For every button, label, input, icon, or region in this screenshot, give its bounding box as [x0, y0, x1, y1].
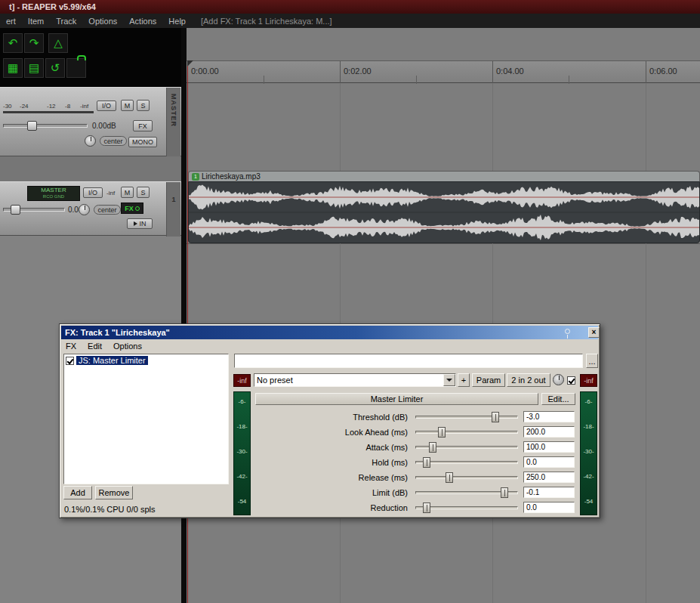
- preset-dropdown[interactable]: No preset: [254, 373, 456, 387]
- param-label: Release (ms): [254, 472, 412, 484]
- param-value[interactable]: 250.0: [523, 472, 575, 483]
- fx-window-titlebar[interactable]: FX: Track 1 "Liricheskaya" ×: [61, 326, 598, 339]
- track1-number: 1: [171, 196, 175, 203]
- param-value[interactable]: 100.0: [523, 441, 575, 453]
- param-label: Hold (ms): [254, 456, 412, 468]
- fx-window[interactable]: FX: Track 1 "Liricheskaya" × FX Edit Opt…: [59, 323, 600, 518]
- slider-handle[interactable]: [492, 412, 499, 422]
- fx-name-field[interactable]: [234, 354, 583, 368]
- master-strip[interactable]: MASTER: [166, 88, 180, 157]
- master-solo-button[interactable]: S: [137, 100, 150, 111]
- ruler-time-label: 0:02.00: [344, 66, 372, 76]
- fx-browse-button[interactable]: ...: [586, 354, 598, 368]
- slider-handle[interactable]: [446, 472, 453, 483]
- param-slider[interactable]: [415, 487, 518, 498]
- toolbar-ripple-button[interactable]: ↺: [45, 58, 65, 78]
- param-value[interactable]: 0.0: [523, 456, 575, 468]
- toolbar-snap-button[interactable]: ▤: [24, 58, 44, 78]
- master-meter: [3, 111, 94, 113]
- preset-save-button[interactable]: +: [458, 373, 470, 387]
- master-fx-button[interactable]: FX: [133, 120, 153, 131]
- fx-menu-fx[interactable]: FX: [66, 342, 76, 351]
- param-value[interactable]: 200.0: [523, 426, 575, 438]
- slider-handle[interactable]: [438, 427, 446, 438]
- track1-mute-button[interactable]: M: [121, 187, 134, 198]
- toolbar-envelope-button[interactable]: △: [48, 33, 68, 53]
- ruler-minor-tick: [416, 76, 417, 84]
- master-volume-handle[interactable]: [27, 121, 37, 131]
- master-pan-knob[interactable]: [85, 135, 96, 147]
- track-separator: [187, 243, 700, 244]
- media-item[interactable]: 1 Liricheskaya.mp3: [188, 171, 700, 243]
- track1-panel: MASTER RCO GND I/O -inf M S 0.00 center …: [0, 181, 181, 236]
- menu-help[interactable]: Help: [168, 17, 186, 26]
- meter-scale-label: -24: [20, 103, 29, 110]
- titlebar[interactable]: t] - REAPER v5.99/x64: [0, 0, 700, 14]
- slider-handle[interactable]: [423, 457, 430, 468]
- toolbar-grid-button[interactable]: ▦: [3, 58, 23, 78]
- toolbar-lock-button[interactable]: [66, 58, 86, 78]
- param-slider[interactable]: [415, 412, 518, 422]
- fx-close-button[interactable]: ×: [588, 327, 600, 338]
- track1-strip[interactable]: 1: [166, 182, 180, 237]
- param-slider[interactable]: [415, 457, 518, 468]
- wet-dry-knob[interactable]: [553, 374, 564, 385]
- master-strip-label: MASTER: [170, 94, 177, 127]
- slider-handle[interactable]: [501, 487, 508, 498]
- track1-pan-knob[interactable]: [79, 204, 90, 215]
- slider-handle[interactable]: [423, 502, 430, 513]
- plugin-enabled-checkbox[interactable]: [66, 357, 74, 365]
- menu-options[interactable]: Options: [88, 17, 117, 26]
- plugin-title-bar: Master Limiter: [255, 393, 538, 405]
- fx-menu-edit[interactable]: Edit: [88, 342, 102, 351]
- media-item-header[interactable]: 1 Liricheskaya.mp3: [188, 171, 700, 181]
- fx-menu-options[interactable]: Options: [113, 342, 142, 351]
- param-slider[interactable]: [415, 502, 518, 513]
- param-slider[interactable]: [415, 442, 518, 453]
- menubar: ert Item Track Options Actions Help [Add…: [0, 14, 700, 28]
- master-volume-slider[interactable]: [3, 124, 88, 128]
- fx-plugin-row[interactable]: JS: Master Limiter: [64, 354, 228, 366]
- track1-solo-button[interactable]: S: [137, 187, 150, 198]
- dropdown-button[interactable]: [443, 374, 455, 386]
- master-io-button[interactable]: I/O: [97, 100, 116, 111]
- track1-volume-handle[interactable]: [11, 205, 20, 215]
- menu-actions[interactable]: Actions: [129, 17, 156, 26]
- preset-value: No preset: [254, 376, 443, 385]
- reaper-app: t] - REAPER v5.99/x64 ert Item Track Opt…: [0, 0, 700, 603]
- param-label: Look Ahead (ms): [254, 426, 412, 438]
- track1-route-display[interactable]: MASTER RCO GND: [27, 186, 80, 201]
- param-value[interactable]: -0.1: [523, 487, 575, 498]
- take-icon: 1: [192, 173, 199, 181]
- fx-plugin-list[interactable]: JS: Master Limiter: [63, 354, 229, 484]
- param-slider[interactable]: [415, 427, 518, 438]
- track1-io-button[interactable]: I/O: [83, 187, 103, 198]
- pin-connector-button[interactable]: 2 in 2 out: [507, 373, 550, 387]
- param-button[interactable]: Param: [472, 373, 505, 387]
- menu-track[interactable]: Track: [56, 17, 76, 26]
- param-value[interactable]: -3.0: [523, 411, 575, 422]
- timeline-ruler[interactable]: 0:00.00 0:02.00 0:04.00 0:06.00: [187, 60, 700, 83]
- power-icon: [135, 206, 140, 211]
- fx-menubar: FX Edit Options: [61, 340, 142, 351]
- master-mono-button[interactable]: MONO: [128, 137, 157, 147]
- fx-add-button[interactable]: Add: [63, 486, 92, 499]
- plugin-edit-button[interactable]: Edit...: [541, 393, 575, 405]
- fx-enable-checkbox[interactable]: [567, 376, 575, 385]
- track1-input-button[interactable]: IN: [127, 218, 153, 229]
- param-value[interactable]: 0.0: [523, 502, 575, 513]
- ruler-minor-tick: [569, 76, 569, 84]
- fx-remove-button[interactable]: Remove: [95, 486, 133, 499]
- param-slider[interactable]: [415, 472, 518, 483]
- toolbar-redo-button[interactable]: ↷: [24, 33, 44, 53]
- master-mute-button[interactable]: M: [121, 100, 134, 111]
- pin-icon[interactable]: [565, 329, 570, 334]
- media-item-body[interactable]: [188, 181, 700, 243]
- ruler-time-label: 0:06.00: [649, 66, 677, 76]
- menu-item[interactable]: Item: [28, 17, 44, 26]
- chevron-down-icon: [446, 379, 452, 382]
- menu-insert[interactable]: ert: [6, 17, 16, 26]
- slider-handle[interactable]: [429, 442, 436, 453]
- track1-fx-button[interactable]: FX: [121, 203, 143, 214]
- toolbar-undo-button[interactable]: ↶: [3, 33, 23, 53]
